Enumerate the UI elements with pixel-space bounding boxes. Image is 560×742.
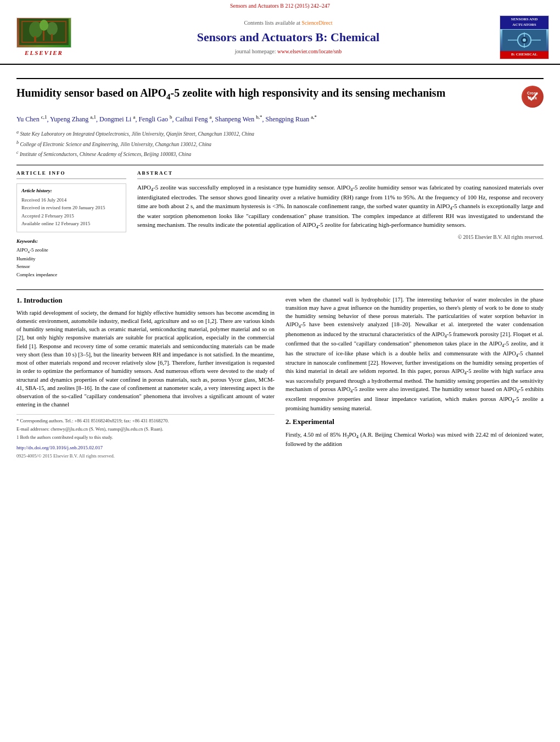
journal-ref: Sensors and Actuators B 212 (2015) 242–2…	[230, 3, 330, 9]
elsevier-logo: ELSEVIER	[11, 18, 77, 57]
sensors-logo-bottom: B: CHEMICAL	[500, 51, 548, 59]
contents-line: Contents lists available at ScienceDirec…	[77, 19, 500, 27]
doi-line[interactable]: http://dx.doi.org/10.1016/j.snb.2015.02.…	[16, 444, 275, 451]
article-info-abstract-section: ARTICLE INFO Article history: Received 1…	[16, 165, 544, 282]
abstract-text: AlPO4-5 zeolite was successfully employe…	[137, 183, 544, 242]
received-date: Received 16 July 2014	[21, 197, 121, 204]
keywords-box: Keywords: AlPO4-5 zeolite Humidity Senso…	[16, 238, 126, 278]
journal-header: ELSEVIER Contents lists available at Sci…	[0, 11, 560, 65]
main-content: Humidity sensor based on AlPO4-5 zeolite…	[0, 65, 560, 465]
svg-rect-4	[34, 36, 36, 42]
corresponding-note: * Corresponding authors. Tel.: +86 431 8…	[16, 418, 275, 425]
authors: Yu Chen c,1, Yupeng Zhang a,1, Dongmei L…	[16, 113, 544, 125]
elsevier-logo-image	[16, 18, 71, 48]
elsevier-text: ELSEVIER	[25, 49, 63, 57]
sciencedirect-link[interactable]: ScienceDirect	[301, 20, 332, 26]
journal-ref-bar: Sensors and Actuators B 212 (2015) 242–2…	[0, 0, 560, 11]
homepage-url[interactable]: www.elsevier.com/locate/snb	[277, 48, 341, 54]
article-info-column: ARTICLE INFO Article history: Received 1…	[16, 170, 126, 282]
crossmark-badge: Cross Mark	[522, 86, 544, 108]
body-two-col: 1. Introduction With rapid development o…	[16, 295, 544, 460]
svg-point-6	[40, 20, 48, 31]
svg-rect-5	[51, 34, 53, 41]
keywords-label: Keywords:	[16, 238, 126, 245]
affiliations: a State Key Laboratory on Integrated Opt…	[16, 129, 544, 158]
keyword-3: Sensor	[16, 263, 126, 270]
journal-homepage: journal homepage: www.elsevier.com/locat…	[77, 48, 500, 55]
footnotes: * Corresponding authors. Tel.: +86 431 8…	[16, 414, 275, 441]
article-history-box: Article history: Received 16 July 2014 R…	[16, 183, 126, 232]
keyword-2: Humidity	[16, 255, 126, 263]
svg-point-3	[47, 22, 58, 35]
keyword-4: Complex impedance	[16, 271, 126, 278]
journal-center: Contents lists available at ScienceDirec…	[77, 19, 500, 56]
sensors-logo-image	[500, 29, 548, 51]
intro-right-body: even when the channel wall is hydrophobi…	[285, 295, 544, 413]
abstract-column: ABSTRACT AlPO4-5 zeolite was successfull…	[137, 170, 544, 282]
body-content: 1. Introduction With rapid development o…	[16, 289, 544, 460]
body-left-column: 1. Introduction With rapid development o…	[16, 295, 275, 460]
keyword-1: AlPO4-5 zeolite	[16, 247, 126, 254]
sensors-actuators-logo: SENSORS ANDACTUATORS B: CHEMICAL	[500, 15, 549, 59]
article-info-heading: ARTICLE INFO	[16, 170, 126, 179]
svg-rect-7	[43, 31, 44, 41]
history-label: Article history:	[21, 187, 121, 194]
body-right-column: even when the channel wall is hydrophobi…	[285, 295, 544, 460]
available-date: Available online 12 February 2015	[21, 220, 121, 227]
svg-point-15	[523, 38, 526, 42]
accepted-date: Accepted 2 February 2015	[21, 213, 121, 220]
article-title-section: Humidity sensor based on AlPO4-5 zeolite…	[16, 78, 544, 108]
copyright-line: © 2015 Elsevier B.V. All rights reserved…	[137, 234, 544, 242]
intro-body: With rapid development of society, the d…	[16, 309, 275, 409]
issn-line: 0925-4005/© 2015 Elsevier B.V. All right…	[16, 453, 275, 460]
email-note: E-mail addresses: chenwy@jlu.edu.cn (S. …	[16, 426, 275, 433]
revised-date: Received in revised form 20 January 2015	[21, 204, 121, 211]
sensors-logo-top: SENSORS ANDACTUATORS	[500, 16, 548, 29]
intro-title: 1. Introduction	[16, 295, 275, 305]
abstract-heading: ABSTRACT	[137, 170, 544, 179]
journal-title: Sensors and Actuators B: Chemical	[77, 29, 500, 46]
equal-note: 1 Both the authors contributed equally t…	[16, 434, 275, 441]
article-title: Humidity sensor based on AlPO4-5 zeolite…	[16, 86, 513, 103]
experimental-title: 2. Experimental	[285, 417, 544, 427]
experimental-body: Firstly, 4.50 ml of 85% H3PO4 (A.R. Beij…	[285, 431, 544, 449]
